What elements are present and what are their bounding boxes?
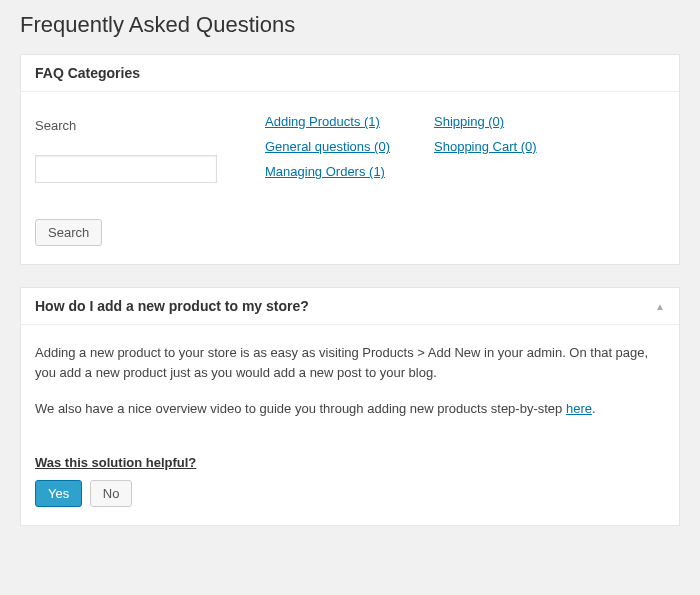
search-column: Search Search bbox=[35, 110, 235, 246]
faq-question-text: How do I add a new product to my store? bbox=[35, 298, 309, 314]
page-title: Frequently Asked Questions bbox=[20, 0, 680, 54]
categories-column-1: Adding Products (1) General questions (0… bbox=[265, 114, 390, 189]
category-link-general-questions[interactable]: General questions (0) bbox=[265, 139, 390, 154]
faq-answer-p2-prefix: We also have a nice overview video to gu… bbox=[35, 401, 566, 416]
category-link-managing-orders[interactable]: Managing Orders (1) bbox=[265, 164, 390, 179]
faq-answer-p2-suffix: . bbox=[592, 401, 596, 416]
faq-answer-paragraph-2: We also have a nice overview video to gu… bbox=[35, 399, 665, 419]
faq-answer-body: Adding a new product to your store is as… bbox=[21, 325, 679, 525]
faq-question-header[interactable]: How do I add a new product to my store? … bbox=[21, 288, 679, 325]
category-link-shipping[interactable]: Shipping (0) bbox=[434, 114, 537, 129]
search-button[interactable]: Search bbox=[35, 219, 102, 246]
categories-column-2: Shipping (0) Shopping Cart (0) bbox=[434, 114, 537, 189]
search-input[interactable] bbox=[35, 155, 217, 183]
faq-answer-paragraph-1: Adding a new product to your store is as… bbox=[35, 343, 665, 383]
helpful-section: Was this solution helpful? Yes No bbox=[35, 455, 665, 507]
search-label: Search bbox=[35, 118, 235, 133]
collapse-caret-icon[interactable]: ▲ bbox=[655, 301, 665, 312]
faq-overview-video-link[interactable]: here bbox=[566, 401, 592, 416]
faq-categories-panel: FAQ Categories Search Search Adding Prod… bbox=[20, 54, 680, 265]
faq-item-panel: How do I add a new product to my store? … bbox=[20, 287, 680, 526]
helpful-no-button[interactable]: No bbox=[90, 480, 133, 507]
helpful-question: Was this solution helpful? bbox=[35, 455, 665, 470]
category-link-adding-products[interactable]: Adding Products (1) bbox=[265, 114, 390, 129]
faq-categories-header: FAQ Categories bbox=[21, 55, 679, 92]
helpful-yes-button[interactable]: Yes bbox=[35, 480, 82, 507]
category-link-shopping-cart[interactable]: Shopping Cart (0) bbox=[434, 139, 537, 154]
